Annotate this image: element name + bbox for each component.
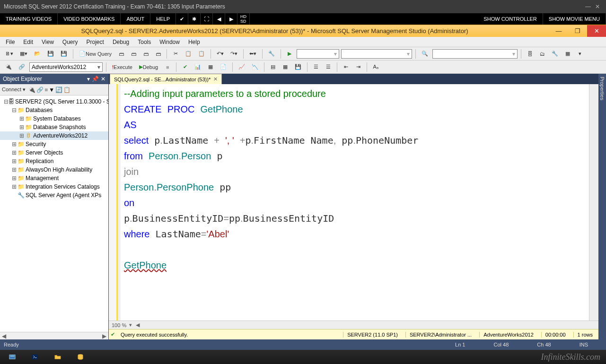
menu-help[interactable]: Help — [184, 38, 204, 46]
new-query-button[interactable]: 📄 New Query — [77, 49, 114, 59]
oe-stop-icon[interactable]: ■ — [44, 87, 48, 93]
solution-combo[interactable]: ▾ — [297, 49, 339, 59]
close-panel-icon[interactable]: ✕ — [101, 76, 105, 82]
new-project-icon[interactable]: 🗎▾ — [3, 49, 16, 59]
redo-icon[interactable]: ↷▾ — [228, 49, 240, 59]
minimize-icon[interactable]: — — [583, 3, 593, 10]
tree-system-databases[interactable]: ⊞📁System Databases — [0, 114, 108, 123]
oe-script-icon[interactable]: 📋 — [63, 87, 70, 93]
start-icon[interactable]: ▶ — [284, 49, 295, 59]
editor-tab-active[interactable]: SQLQuery2.sql - SE...Administrator (53))… — [110, 74, 222, 84]
tree-management[interactable]: ⊞📁Management — [0, 174, 108, 182]
menu-debug[interactable]: Debug — [109, 38, 133, 46]
include-stats-icon[interactable]: 📉 — [249, 62, 261, 72]
menu-query[interactable]: Query — [59, 38, 82, 46]
tab-close-icon[interactable]: ✕ — [213, 76, 218, 82]
mdx-query-icon[interactable]: 🗃 — [128, 49, 139, 59]
cut-icon[interactable]: ✂ — [170, 49, 181, 59]
dmx-query-icon[interactable]: 🗃 — [141, 49, 151, 59]
xmla-query-icon[interactable]: 🗃 — [153, 49, 163, 59]
tree-server-objects[interactable]: ⊞📁Server Objects — [0, 148, 108, 157]
close-icon[interactable]: ✕ — [593, 3, 602, 10]
toolbox-icon[interactable]: ▾ — [575, 49, 585, 59]
decrease-indent-icon[interactable]: ⇤ — [341, 62, 351, 72]
connect-icon[interactable]: 🔌 — [3, 62, 14, 72]
undo-icon[interactable]: ↶▾ — [214, 49, 226, 59]
check-icon[interactable]: ✔ — [176, 13, 188, 25]
oe-refresh-icon[interactable]: 🔄 — [55, 87, 62, 93]
zoom-dropdown-icon[interactable]: ▾ — [129, 322, 132, 328]
uncomment-icon[interactable]: ☰ — [323, 62, 334, 72]
taskbar-explorer-icon[interactable] — [47, 351, 68, 363]
copy-icon[interactable]: 📋 — [183, 49, 194, 59]
properties-tab-collapsed[interactable]: Properties — [598, 74, 606, 339]
menu-window[interactable]: Window — [156, 38, 184, 46]
execute-button[interactable]: ! Execute — [110, 62, 135, 72]
ssms-close-button[interactable]: ✕ — [587, 25, 606, 37]
find-icon[interactable]: 🔍 — [419, 49, 430, 59]
pin-icon[interactable]: 📌 — [92, 76, 99, 82]
paste-icon[interactable]: 📋 — [196, 49, 207, 59]
nav-back-icon[interactable]: ⬅▾ — [247, 49, 259, 59]
open-project-icon[interactable]: ▦▾ — [18, 49, 30, 59]
connect-label[interactable]: Connect ▾ — [2, 87, 26, 93]
comment-icon[interactable]: ☰ — [311, 62, 321, 72]
sql-code[interactable]: --Adding input parameters to a stored pr… — [120, 84, 589, 321]
intellisense-icon[interactable]: 📄 — [218, 62, 229, 72]
find-combo[interactable]: ▾ — [432, 49, 518, 59]
oe-disconnect-icon[interactable]: 🔗 — [36, 87, 44, 93]
tree-database-snapshots[interactable]: ⊞📁Database Snapshots — [0, 123, 108, 131]
results-file-icon[interactable]: 💾 — [292, 62, 304, 72]
ssms-maximize-button[interactable]: ❐ — [568, 25, 587, 37]
scroll-left-icon[interactable]: ◀ — [136, 322, 140, 328]
tree-server[interactable]: ⊟🗄SERVER2 (SQL Server 11.0.3000 - S — [0, 97, 108, 106]
zoom-level[interactable]: 100 % — [112, 322, 126, 328]
sql-editor[interactable]: --Adding input parameters to a stored pr… — [109, 84, 598, 321]
ssms-minimize-button[interactable]: — — [549, 25, 568, 37]
object-explorer-icon[interactable]: 🗂 — [537, 49, 547, 59]
menu-edit[interactable]: Edit — [19, 38, 37, 46]
change-connection-icon[interactable]: 🔗 — [16, 62, 27, 72]
platform-combo[interactable]: ▾ — [341, 49, 412, 59]
menu-file[interactable]: File — [2, 38, 18, 46]
results-text-icon[interactable]: ▤ — [268, 62, 278, 72]
menu-view[interactable]: View — [38, 38, 58, 46]
registered-servers-icon[interactable]: 🗄 — [525, 49, 535, 59]
specify-values-icon[interactable]: Aₐ — [370, 62, 381, 72]
oe-connect-icon[interactable]: 🔌 — [28, 87, 35, 93]
db-engine-query-icon[interactable]: 🗃 — [116, 49, 126, 59]
query-options-icon[interactable]: ▦ — [205, 62, 216, 72]
oe-filter-icon[interactable]: ▼ — [49, 87, 54, 93]
cancel-query-icon[interactable]: ■ — [162, 62, 173, 72]
tree-adventureworks[interactable]: ⊞🛢AdventureWorks2012 — [0, 131, 108, 140]
tree-alwayson[interactable]: ⊞📁AlwaysOn High Availability — [0, 165, 108, 174]
properties-icon[interactable]: 🔧 — [266, 49, 277, 59]
editor-scrollbar[interactable] — [589, 84, 598, 321]
taskbar-ssms-icon[interactable] — [70, 351, 91, 363]
expand-icon[interactable]: ⛶ — [201, 13, 213, 25]
taskbar-server-manager-icon[interactable] — [2, 351, 23, 363]
help-button[interactable]: HELP — [150, 13, 176, 25]
debug-button[interactable]: ▶ Debug — [137, 62, 160, 72]
template-explorer-icon[interactable]: 🔧 — [549, 49, 561, 59]
tree-integration-services[interactable]: ⊞📁Integration Services Catalogs — [0, 182, 108, 191]
menu-tools[interactable]: Tools — [134, 38, 155, 46]
taskbar-powershell-icon[interactable] — [25, 351, 45, 363]
tree-security[interactable]: ⊞📁Security — [0, 140, 108, 148]
tree-sql-agent[interactable]: 🔧SQL Server Agent (Agent XPs — [0, 191, 108, 199]
parse-icon[interactable]: ✔ — [180, 62, 190, 72]
save-all-icon[interactable]: 💾 — [58, 49, 70, 59]
video-bookmarks-button[interactable]: VIDEO BOOKMARKS — [58, 13, 121, 25]
object-explorer-tree[interactable]: ⊟🗄SERVER2 (SQL Server 11.0.3000 - S ⊟📁Da… — [0, 95, 108, 332]
save-icon[interactable]: 💾 — [45, 49, 56, 59]
show-movie-menu-button[interactable]: SHOW MOVIE MENU — [543, 13, 606, 25]
tree-databases[interactable]: ⊟📁Databases — [0, 106, 108, 114]
properties-window-icon[interactable]: ▦ — [562, 49, 573, 59]
database-combo[interactable]: AdventureWorks2012▾ — [29, 62, 103, 72]
display-plan-icon[interactable]: 📊 — [192, 62, 203, 72]
open-file-icon[interactable]: 📂 — [32, 49, 43, 59]
results-grid-icon[interactable]: ▦ — [280, 62, 290, 72]
training-videos-button[interactable]: TRAINING VIDEOS — [0, 13, 58, 25]
increase-indent-icon[interactable]: ⇥ — [353, 62, 363, 72]
menu-project[interactable]: Project — [83, 38, 108, 46]
